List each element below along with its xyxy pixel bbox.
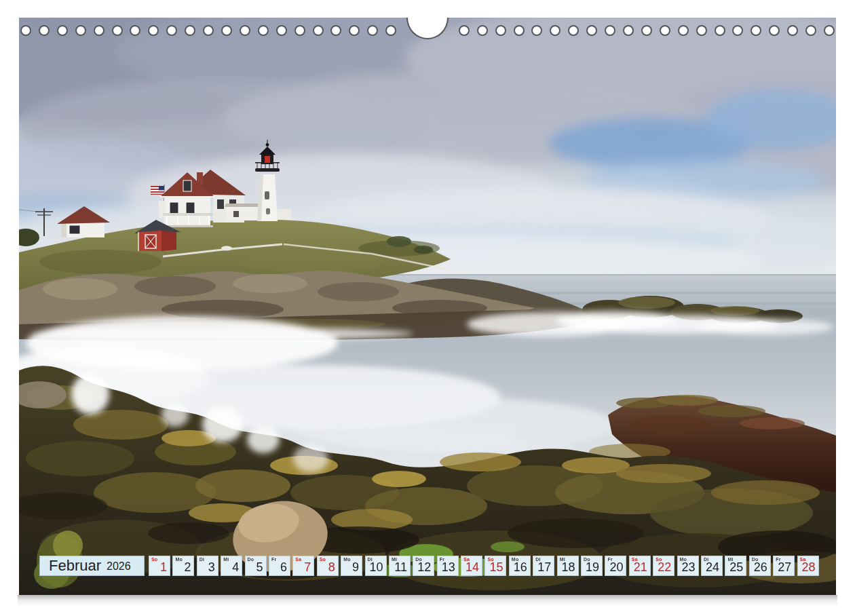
day-abbr: Mo bbox=[343, 557, 351, 562]
day-number: 23 bbox=[682, 560, 696, 575]
month-year: 2026 bbox=[107, 559, 131, 573]
calendar-page: Februar 2026 So1Mo2Di3Mi4Do5Fr6Sa7So8Mo9… bbox=[0, 0, 855, 616]
day-abbr: Di bbox=[200, 557, 204, 562]
day-cell-26: Do26 bbox=[749, 556, 771, 576]
day-cell-17: Di17 bbox=[533, 556, 554, 576]
day-cell-28: Sa28 bbox=[797, 556, 819, 576]
day-abbr: So bbox=[151, 557, 157, 562]
day-number: 13 bbox=[442, 560, 455, 575]
day-number: 28 bbox=[802, 560, 816, 575]
day-number: 11 bbox=[394, 560, 407, 575]
day-number: 21 bbox=[634, 560, 647, 575]
day-number: 7 bbox=[304, 560, 311, 575]
day-abbr: Mi bbox=[223, 557, 229, 562]
month-name: Februar bbox=[49, 557, 101, 575]
day-cell-11: Mi11 bbox=[389, 556, 411, 576]
day-cell-23: Mo23 bbox=[677, 556, 699, 576]
day-cell-2: Mo2 bbox=[172, 556, 194, 576]
day-number: 16 bbox=[514, 560, 527, 575]
day-abbr: Fr bbox=[271, 557, 276, 562]
day-cell-13: Fr13 bbox=[437, 556, 459, 576]
day-abbr: Mo bbox=[175, 557, 183, 562]
day-cell-7: Sa7 bbox=[292, 556, 314, 576]
day-cell-5: Do5 bbox=[245, 556, 267, 576]
day-cell-20: Fr20 bbox=[605, 556, 626, 576]
day-cell-3: Di3 bbox=[197, 556, 218, 576]
page-shadow bbox=[18, 595, 837, 607]
landscape-illustration bbox=[19, 18, 836, 595]
day-cell-25: Mi25 bbox=[725, 556, 746, 576]
day-number: 3 bbox=[208, 560, 215, 575]
day-cell-1: So1 bbox=[149, 556, 170, 576]
day-cell-19: Do19 bbox=[581, 556, 603, 576]
day-cell-24: Di24 bbox=[701, 556, 723, 576]
day-number: 8 bbox=[328, 560, 335, 575]
day-cell-14: Sa14 bbox=[461, 556, 482, 576]
day-number: 22 bbox=[658, 560, 671, 575]
day-cell-16: Mo16 bbox=[509, 556, 531, 576]
day-number: 15 bbox=[489, 560, 503, 575]
day-cell-22: So22 bbox=[653, 556, 674, 576]
white-dinghy bbox=[221, 246, 232, 251]
day-number: 26 bbox=[754, 560, 767, 575]
day-number: 19 bbox=[586, 560, 599, 575]
day-number: 1 bbox=[160, 560, 167, 575]
day-cell-9: Mo9 bbox=[341, 556, 362, 576]
day-number: 5 bbox=[256, 560, 263, 575]
day-cell-10: Di10 bbox=[365, 556, 387, 576]
day-number: 20 bbox=[609, 560, 623, 575]
day-number: 24 bbox=[706, 560, 719, 575]
day-abbr: Sa bbox=[295, 557, 301, 562]
month-label: Februar 2026 bbox=[39, 556, 145, 576]
calendar-day-cells: So1Mo2Di3Mi4Do5Fr6Sa7So8Mo9Di10Mi11Do12F… bbox=[149, 556, 819, 576]
day-cell-12: Do12 bbox=[413, 556, 434, 576]
day-number: 10 bbox=[369, 560, 383, 575]
day-cell-4: Mi4 bbox=[221, 556, 242, 576]
day-number: 14 bbox=[466, 560, 479, 575]
calendar-strip: Februar 2026 So1Mo2Di3Mi4Do5Fr6Sa7So8Mo9… bbox=[39, 556, 819, 576]
day-cell-6: Fr6 bbox=[269, 556, 290, 576]
day-cell-15: So15 bbox=[484, 556, 506, 576]
day-number: 6 bbox=[280, 560, 287, 575]
day-number: 27 bbox=[778, 560, 791, 575]
day-number: 2 bbox=[184, 560, 191, 575]
day-number: 9 bbox=[352, 560, 359, 575]
day-number: 12 bbox=[417, 560, 431, 575]
day-number: 25 bbox=[729, 560, 743, 575]
day-number: 17 bbox=[537, 560, 551, 575]
day-abbr: Do bbox=[248, 557, 254, 562]
calendar-photo bbox=[19, 18, 836, 595]
day-cell-8: So8 bbox=[317, 556, 339, 576]
day-number: 4 bbox=[232, 560, 239, 575]
day-number: 18 bbox=[562, 560, 575, 575]
day-cell-21: Sa21 bbox=[629, 556, 651, 576]
day-cell-18: Mi18 bbox=[557, 556, 579, 576]
day-abbr: So bbox=[320, 557, 326, 562]
day-cell-27: Fr27 bbox=[773, 556, 795, 576]
